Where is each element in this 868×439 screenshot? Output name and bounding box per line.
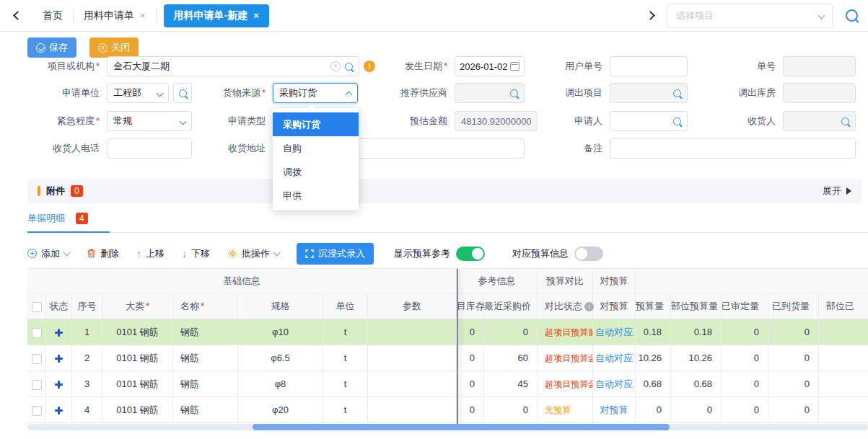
move-down-button[interactable]: 下移 [182, 247, 210, 260]
search-icon[interactable] [345, 63, 353, 71]
urgency-select[interactable]: 常规 [107, 111, 192, 131]
occur-date-field[interactable]: 2026-01-02 1 [455, 56, 525, 76]
budget-link[interactable]: 自动对应 [595, 378, 633, 389]
form-row-1: 项目或机构 金石大厦二期 发生日期 2026-01-02 1 用户单号 单号 [27, 56, 856, 76]
toggle-off-switch[interactable] [574, 247, 603, 261]
tab-home[interactable]: 首页 [32, 4, 73, 27]
search-icon[interactable] [510, 89, 518, 97]
cell-extra [819, 319, 868, 345]
save-button[interactable]: 保存 [27, 37, 76, 58]
doc-no-field [783, 56, 856, 76]
remark-field[interactable] [610, 138, 856, 159]
cell-last_price: 45 [484, 371, 538, 396]
applicant-field[interactable] [610, 111, 688, 131]
close-label: 关闭 [111, 41, 130, 54]
project-select-input[interactable] [667, 4, 833, 28]
cell-seq: 3 [72, 371, 102, 396]
cell-stock: 0 [457, 319, 484, 345]
row-checkbox[interactable] [32, 354, 42, 364]
add-row-icon[interactable] [55, 407, 63, 414]
back-chevron-icon[interactable] [13, 11, 22, 20]
goods-source-select[interactable]: 采购订货 [273, 83, 358, 103]
cell-budget_qty: 0.68 [636, 371, 671, 396]
add-button[interactable]: 添加 [27, 247, 69, 260]
up-arrow-icon [136, 248, 141, 260]
accent-bar-icon [38, 186, 40, 196]
chevron-up-icon[interactable] [346, 91, 353, 98]
cell-param [368, 397, 457, 422]
column-header-unit: 单位 [336, 301, 355, 311]
cell-spec: φ20 [238, 397, 323, 422]
cell-arrived: 0 [768, 319, 819, 345]
cell-arrived: 0 [768, 397, 819, 422]
warning-icon[interactable] [364, 61, 375, 72]
tab-detail[interactable]: 单据明细 4 [27, 212, 110, 233]
close-icon[interactable] [253, 11, 259, 20]
attachment-bar[interactable]: 附件 0 展开 [27, 179, 862, 203]
budget-link[interactable]: 对预算 [600, 404, 628, 415]
apply-dept-select[interactable]: 工程部 [107, 83, 169, 103]
close-icon[interactable] [140, 11, 146, 20]
batch-button[interactable]: 批操作 [227, 247, 279, 260]
dropdown-option[interactable]: 调拨 [273, 160, 359, 184]
check-circle-icon [36, 43, 45, 53]
trash-icon [87, 249, 96, 258]
budget-link[interactable]: 自动对应 [595, 327, 633, 337]
clear-icon[interactable] [330, 61, 341, 71]
dropdown-option[interactable]: 采购订货 [273, 112, 359, 136]
receiver-phone-field[interactable] [107, 138, 192, 159]
toggle-on-switch[interactable] [456, 247, 485, 261]
form-row-2: 申请单位 工程部 货物来源 采购订货 推荐供应商 调出项目 调出库房 [27, 83, 856, 103]
receiver-address-label: 收货地址 [192, 142, 273, 155]
plus-circle-icon [27, 249, 37, 258]
project-value: 金石大厦二期 [113, 60, 330, 73]
user-doc-no-field[interactable] [610, 56, 688, 76]
search-icon[interactable] [841, 117, 849, 125]
chevron-down-icon [63, 249, 71, 256]
cell-stock: 0 [457, 397, 484, 422]
cell-approved: 0 [722, 345, 768, 371]
row-checkbox[interactable] [32, 406, 42, 416]
delete-button[interactable]: 删除 [87, 247, 119, 260]
hscrollbar-thumb[interactable] [253, 424, 670, 430]
budget-link[interactable]: 自动对应 [595, 352, 633, 363]
dropdown-option[interactable]: 自购 [273, 136, 359, 160]
fullscreen-icon [305, 249, 314, 258]
immersive-entry-button[interactable]: 沉浸式录入 [297, 243, 374, 265]
project-field[interactable]: 金石大厦二期 [107, 56, 359, 76]
add-row-icon[interactable] [55, 329, 63, 337]
search-icon[interactable] [673, 117, 681, 125]
detail-count-badge: 4 [76, 213, 88, 224]
detail-tab-label: 单据明细 [27, 212, 65, 225]
header-checkbox[interactable] [32, 302, 42, 312]
search-icon[interactable] [673, 89, 681, 97]
attachment-count-badge: 0 [71, 185, 83, 197]
close-button[interactable]: 关闭 [89, 37, 139, 58]
group-header: 参考信息 [457, 269, 538, 293]
search-icon [179, 89, 187, 97]
add-row-icon[interactable] [55, 381, 63, 389]
cell-name: 钢筋 [173, 397, 238, 422]
tab-material-request[interactable]: 用料申请单 [74, 4, 156, 27]
table-row: 40101 钢筋钢筋φ20t00无预算对预算0000 [27, 397, 868, 423]
expand-button[interactable]: 展开 [823, 185, 851, 198]
dropdown-option[interactable]: 甲供 [273, 184, 359, 208]
hscrollbar-track[interactable] [27, 424, 868, 430]
move-up-button[interactable]: 上移 [136, 247, 165, 260]
goods-source-dropdown-list: 采购订货自购调拨甲供 [273, 108, 359, 210]
required-star [199, 301, 204, 311]
cell-budget_qty: 0.18 [636, 319, 671, 345]
add-row-icon[interactable] [55, 355, 63, 363]
cell-stock: 0 [457, 371, 484, 396]
apply-dept-search-button[interactable] [173, 83, 192, 103]
receiver-label: 收货人 [688, 115, 783, 128]
chevron-down-icon[interactable] [180, 117, 187, 125]
search-icon[interactable] [846, 9, 858, 22]
forward-chevron-icon[interactable] [646, 11, 655, 20]
calendar-icon[interactable] [510, 62, 520, 71]
chevron-down-icon[interactable] [157, 89, 164, 97]
tab-material-request-new[interactable]: 用料申请单-新建 [164, 4, 269, 27]
row-checkbox[interactable] [32, 328, 42, 338]
row-checkbox[interactable] [32, 380, 42, 390]
column-header-status: 状态 [50, 301, 69, 311]
